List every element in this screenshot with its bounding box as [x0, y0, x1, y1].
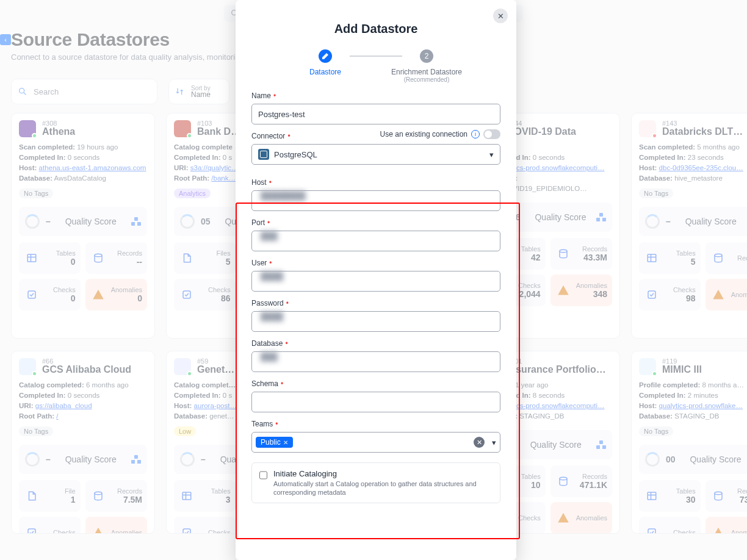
stat-records[interactable]: Records43.3M: [550, 238, 612, 270]
database-input[interactable]: ███: [251, 351, 500, 372]
datastore-type-icon: [19, 120, 36, 137]
tag[interactable]: Low: [174, 426, 196, 436]
stat-records[interactable]: Records7.5M: [85, 480, 147, 512]
datastore-name: Bank D…: [197, 126, 240, 137]
datastore-meta: Catalog completed: 6 months agoCompleted…: [19, 380, 147, 422]
datastore-name: MIMIC III: [662, 364, 702, 375]
existing-connection-toggle[interactable]: [483, 129, 500, 139]
datastore-card[interactable]: #66 GCS Alibaba Cloud Catalog completed:…: [11, 351, 155, 534]
existing-connection-label: Use an existing connection: [380, 130, 467, 138]
score-ring-icon: [25, 452, 40, 467]
sort-select[interactable]: Sort by Name: [168, 79, 229, 104]
stat-anomalies[interactable]: Anomalies: [706, 279, 747, 311]
stat-checks[interactable]: Checks86: [174, 279, 236, 311]
datastore-meta: Scan completed: 5 months agoCompleted In…: [639, 142, 747, 184]
datastore-card[interactable]: #119 MIMIC III Profile completed: 8 mont…: [631, 351, 747, 534]
stat-tables[interactable]: Tables5: [639, 242, 701, 274]
svg-rect-23: [182, 492, 191, 500]
svg-point-2: [20, 88, 24, 93]
stat-anomalies[interactable]: Anomalies: [706, 517, 747, 534]
score-ring-icon: [180, 214, 195, 229]
pencil-icon: [319, 49, 332, 63]
stat-checks[interactable]: Checks: [19, 517, 81, 534]
name-input[interactable]: [251, 104, 500, 124]
svg-point-19: [715, 254, 722, 257]
user-input[interactable]: ████: [251, 271, 500, 292]
stepper: Datastore 2 Enrichment Datastore (Recomm…: [251, 49, 500, 83]
datastore-search[interactable]: Search: [11, 79, 157, 104]
datastore-type-icon: [174, 120, 191, 137]
hierarchy-icon[interactable]: [131, 455, 141, 464]
stat-records[interactable]: Records73.3K: [706, 480, 747, 512]
svg-point-7: [95, 254, 102, 257]
schema-input[interactable]: [251, 392, 500, 412]
postgresql-icon: [258, 149, 269, 160]
hierarchy-icon[interactable]: [596, 213, 606, 221]
status-dot: [652, 371, 657, 376]
quality-score-row[interactable]: – Quality Score: [19, 445, 147, 474]
quality-score-row[interactable]: 00 Quality Score: [639, 445, 747, 474]
datastore-type-icon: [174, 358, 191, 375]
stat-records[interactable]: Records--: [85, 242, 147, 274]
datastore-name: COVID-19 Data: [507, 126, 576, 137]
svg-rect-10: [183, 291, 190, 298]
tag[interactable]: Analytics: [174, 188, 211, 198]
stat-checks[interactable]: Checks: [639, 517, 701, 534]
stat-records[interactable]: Records: [706, 242, 747, 274]
close-button[interactable]: ✕: [493, 9, 508, 23]
stat-tables[interactable]: Files5: [174, 242, 236, 274]
datastore-card[interactable]: #308 Athena Scan completed: 19 hours ago…: [11, 113, 155, 339]
stat-records[interactable]: Records471.1K: [550, 465, 612, 497]
modal-title: Add Datastore: [251, 22, 500, 36]
team-chip-public[interactable]: Public✕: [256, 437, 293, 448]
svg-point-21: [95, 492, 102, 495]
info-icon[interactable]: i: [471, 130, 480, 138]
quality-score-row[interactable]: – Quality Score: [19, 207, 147, 236]
tag[interactable]: No Tags: [639, 426, 673, 436]
datastore-name: Athena: [42, 126, 75, 137]
connector-select[interactable]: PostgreSQL ▾: [251, 144, 500, 165]
datastore-type-icon: [19, 358, 36, 375]
quality-score-row[interactable]: – Quality Score: [639, 207, 747, 236]
hierarchy-icon[interactable]: [131, 217, 141, 226]
sort-value: Name: [191, 92, 211, 98]
svg-point-36: [715, 492, 722, 495]
tag[interactable]: No Tags: [639, 188, 673, 198]
stat-tables[interactable]: Tables3: [174, 480, 236, 512]
remove-chip-icon[interactable]: ✕: [283, 439, 288, 446]
sort-icon: [175, 87, 185, 96]
svg-point-14: [560, 249, 567, 253]
svg-point-31: [560, 477, 567, 480]
port-input[interactable]: ███: [251, 231, 500, 251]
datastore-card[interactable]: #143 Databricks DLT… Scan completed: 5 m…: [631, 113, 747, 339]
svg-rect-16: [648, 254, 656, 262]
initiate-cataloging-option[interactable]: Initiate Cataloging Automatically start …: [251, 462, 500, 503]
svg-rect-20: [648, 291, 655, 298]
stat-anomalies[interactable]: Anomalies: [550, 502, 612, 534]
stat-checks[interactable]: Checks: [174, 517, 236, 534]
hierarchy-icon[interactable]: [596, 440, 606, 449]
stat-anomalies[interactable]: Anomalies: [85, 517, 147, 534]
tag[interactable]: No Tags: [19, 188, 53, 198]
datastore-name: Genet…: [197, 364, 234, 375]
password-input[interactable]: ████: [251, 311, 500, 332]
clear-teams-button[interactable]: ✕: [474, 437, 485, 448]
datastore-name: GCS Alibaba Cloud: [42, 364, 131, 375]
stat-tables[interactable]: File1: [19, 480, 81, 512]
stat-checks[interactable]: Checks0: [19, 279, 81, 311]
stat-tables[interactable]: Tables30: [639, 480, 701, 512]
initiate-cataloging-checkbox[interactable]: [259, 470, 267, 480]
svg-rect-33: [648, 492, 656, 500]
stat-anomalies[interactable]: Anomalies348: [550, 275, 612, 306]
svg-rect-4: [27, 254, 36, 262]
host-input[interactable]: ████████: [251, 190, 500, 211]
side-collapse-tab[interactable]: ‹: [0, 34, 11, 45]
datastore-meta: Profile completed: 8 months a…Completed …: [639, 380, 747, 422]
status-dot: [652, 133, 657, 138]
step-enrichment[interactable]: 2 Enrichment Datastore (Recommended): [366, 49, 488, 83]
stat-checks[interactable]: Checks98: [639, 279, 701, 311]
tag[interactable]: No Tags: [19, 426, 53, 436]
teams-select[interactable]: Public✕ ✕ ▾: [251, 432, 500, 453]
stat-anomalies[interactable]: Anomalies0: [85, 279, 147, 311]
stat-tables[interactable]: Tables0: [19, 242, 81, 274]
